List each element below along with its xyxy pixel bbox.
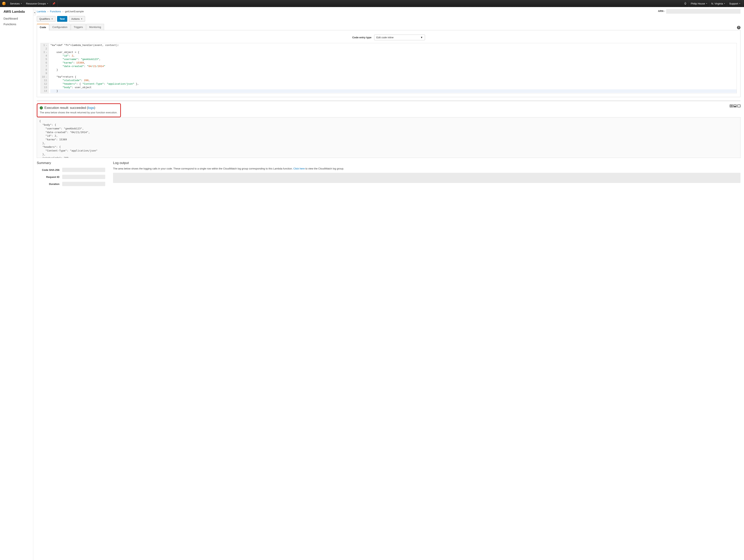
nav-services[interactable]: Services▾ — [8, 0, 24, 7]
chevron-down-icon: ▾ — [739, 3, 740, 4]
actions-button[interactable]: Actions▼ — [69, 16, 85, 22]
sidebar-item-functions[interactable]: Functions — [3, 21, 33, 27]
nav-notifications[interactable] — [682, 0, 689, 7]
tab-triggers[interactable]: Triggers — [71, 24, 86, 30]
summary-requestid-label: Request ID — [37, 175, 62, 178]
result-close-icon[interactable] — [730, 105, 733, 107]
pin-icon: 📌 — [52, 2, 55, 5]
nav-resource-groups[interactable]: Resource Groups▾ — [24, 0, 50, 7]
breadcrumb-current: getUserExample — [65, 10, 84, 13]
qualifiers-button[interactable]: Qualifiers▼ — [37, 16, 55, 22]
chevron-down-icon: ▾ — [724, 3, 725, 4]
tab-configuration[interactable]: Configuration — [49, 24, 70, 30]
chevron-down-icon: ▼ — [420, 36, 423, 39]
test-button[interactable]: Test — [57, 16, 67, 22]
arn-label: ARN - — [658, 9, 741, 14]
result-subtext: The area below shows the result returned… — [40, 111, 118, 114]
breadcrumb: Lambda › Functions › getUserExample ARN … — [37, 9, 741, 14]
help-icon[interactable]: ? — [737, 26, 741, 29]
tabs: Code Configuration Triggers Monitoring ? — [37, 24, 741, 30]
breadcrumb-functions[interactable]: Functions — [50, 10, 61, 13]
nav-support[interactable]: Support▾ — [727, 0, 742, 7]
summary-duration-value — [62, 182, 105, 186]
sidebar-item-dashboard[interactable]: Dashboard — [3, 16, 33, 21]
summary-requestid-value — [62, 175, 105, 179]
chevron-down-icon: ▼ — [51, 18, 53, 20]
result-heading: ✓ Execution result: succeeded (logs) — [40, 106, 118, 110]
success-icon: ✓ — [40, 106, 43, 110]
bell-icon — [684, 2, 687, 5]
chevron-down-icon: ▾ — [706, 3, 707, 4]
log-title: Log output — [113, 161, 741, 165]
summary-sha-label: Code SHA-256 — [37, 168, 62, 171]
result-maximize-icon[interactable] — [737, 105, 741, 107]
breadcrumb-root[interactable]: Lambda — [37, 10, 46, 13]
global-nav: Services▾ Resource Groups▾ 📌 Philip Hous… — [0, 0, 744, 7]
code-entry-select[interactable]: Edit code inline ▼ — [374, 35, 425, 40]
chevron-down-icon: ▾ — [21, 3, 22, 4]
tab-code[interactable]: Code — [37, 24, 49, 30]
arn-value[interactable] — [666, 9, 741, 14]
code-panel: Code entry type Edit code inline ▼ 123 4… — [37, 30, 741, 97]
log-output-box[interactable] — [113, 173, 741, 183]
cloudwatch-link[interactable]: Click here — [293, 167, 305, 170]
logs-link[interactable]: logs — [88, 106, 94, 110]
log-description: The area below shows the logging calls i… — [113, 167, 741, 170]
nav-region[interactable]: N. Virginia▾ — [709, 0, 728, 7]
service-title: AWS Lambda — [3, 10, 33, 14]
execution-result-highlight: ✓ Execution result: succeeded (logs) The… — [37, 104, 121, 117]
summary-sha-value — [62, 168, 105, 172]
sidebar: AWS Lambda Dashboard Functions — [0, 7, 33, 560]
code-editor[interactable]: 123 4567 8910 11121314 "kw">def "fn">lam… — [40, 43, 737, 93]
summary-duration-label: Duration — [37, 183, 62, 186]
editor-gutter: 123 4567 8910 11121314 — [41, 43, 49, 93]
chevron-down-icon: ▼ — [81, 18, 82, 20]
nav-user[interactable]: Philip House▾ — [689, 0, 709, 7]
nav-pin[interactable]: 📌 — [50, 0, 58, 7]
tab-monitoring[interactable]: Monitoring — [86, 24, 104, 30]
result-output[interactable]: { "body": { "username": "geekbob123", "d… — [37, 117, 741, 158]
summary-title: Summary — [37, 161, 107, 165]
chevron-down-icon: ▾ — [47, 3, 48, 4]
result-minimize-icon[interactable] — [734, 105, 737, 107]
aws-logo-icon[interactable] — [2, 2, 6, 5]
code-entry-label: Code entry type — [352, 36, 371, 39]
editor-content[interactable]: "kw">def "fn">lambda_handler(event, cont… — [49, 43, 737, 93]
